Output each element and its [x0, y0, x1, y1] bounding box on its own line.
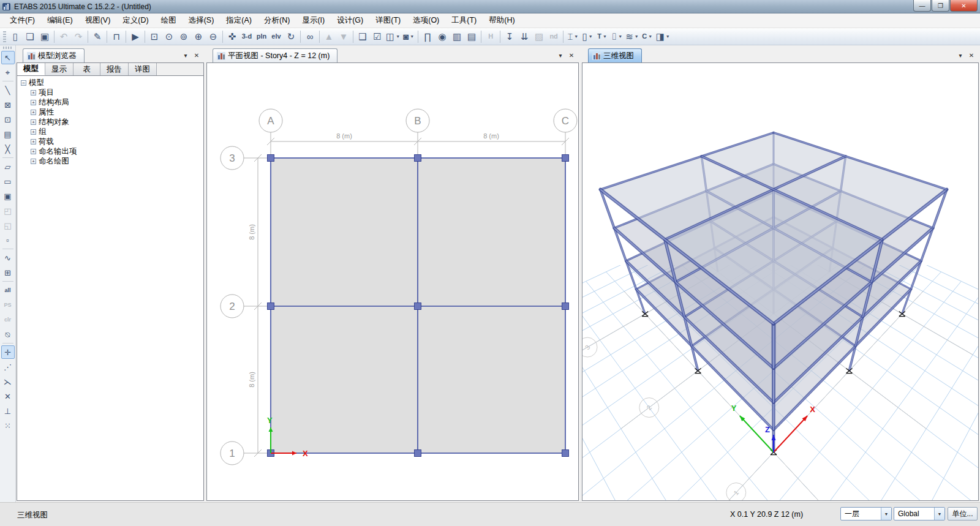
menu-item-3[interactable]: 定义(D) — [116, 13, 154, 28]
browser-tab-4[interactable]: 详图 — [129, 63, 157, 75]
chevron-down-icon[interactable]: ▼ — [589, 34, 593, 39]
expand-icon[interactable]: + — [31, 119, 36, 125]
draw-frame-button[interactable]: ╲ — [1, 83, 15, 97]
tree-item-1[interactable]: +项目 — [18, 88, 202, 97]
frame-properties-button[interactable]: ∏ — [420, 29, 435, 44]
building-model[interactable] — [600, 133, 947, 453]
previous-zoom-button[interactable]: ⊚ — [176, 29, 191, 44]
menu-item-10[interactable]: 详图(T) — [369, 13, 407, 28]
zoom-out-button[interactable]: ⊖ — [206, 29, 221, 44]
object-shading-button[interactable]: ◫▼ — [385, 29, 401, 44]
chevron-down-icon[interactable]: ▼ — [648, 34, 652, 39]
expand-icon[interactable]: + — [31, 129, 36, 135]
browser-tab-3[interactable]: 报告 — [100, 63, 129, 75]
expand-icon[interactable]: + — [31, 159, 36, 164]
new-model-button[interactable]: ▯ — [8, 29, 23, 44]
joint-load-button[interactable]: ↧ — [502, 29, 517, 44]
units-button[interactable]: 单位... — [948, 507, 978, 520]
tree-item-7[interactable]: +命名输出项 — [18, 146, 202, 156]
toolbar-grip[interactable] — [3, 31, 6, 42]
expand-icon[interactable]: + — [31, 110, 36, 115]
menu-item-9[interactable]: 设计(G) — [331, 13, 369, 28]
browser-tab-1[interactable]: 显示 — [45, 63, 74, 75]
view3d-menu-icon[interactable]: ▾ — [956, 51, 965, 59]
expand-icon[interactable]: + — [31, 100, 36, 105]
plan-canvas[interactable]: A B C 3 2 1 8 (m) 8 (m) 8 (m) 8 (m) — [207, 63, 578, 500]
rubber-band-zoom-button[interactable]: ⊡ — [147, 29, 162, 44]
view3d-close-icon[interactable]: ✕ — [967, 51, 976, 59]
run-analysis-button[interactable]: ▶ — [128, 29, 143, 44]
chevron-down-icon[interactable]: ▼ — [618, 34, 622, 39]
select-all-button[interactable]: all — [1, 284, 15, 297]
open-model-button[interactable]: ❏ — [23, 29, 37, 44]
restore-button[interactable]: ❐ — [932, 0, 949, 12]
story-dropdown[interactable]: 一层 ▼ — [840, 507, 892, 520]
view-plan-button[interactable]: pln — [254, 29, 269, 44]
plan-menu-icon[interactable]: ▾ — [556, 51, 565, 59]
tree-item-8[interactable]: +命名绘图 — [18, 156, 202, 166]
select-pointer-button[interactable]: ↖ — [1, 51, 15, 64]
tree-item-6[interactable]: +荷载 — [18, 137, 202, 146]
menu-item-1[interactable]: 编辑(E) — [41, 13, 79, 28]
section-wall-button[interactable]: ◨▼ — [655, 29, 671, 44]
chevron-down-icon[interactable]: ▼ — [396, 34, 400, 39]
snap-to-midpoints-button[interactable]: ⋋ — [1, 375, 15, 388]
view-3d-canvas[interactable]: 123XYZ — [582, 63, 978, 500]
menu-item-5[interactable]: 选择(S) — [183, 13, 221, 28]
close-button[interactable]: ✕ — [950, 0, 978, 12]
panel-close-icon[interactable]: ✕ — [192, 51, 202, 59]
tree-item-5[interactable]: +组 — [18, 127, 202, 137]
set-display-options-button[interactable]: ☑ — [370, 29, 385, 44]
section-channel-button[interactable]: C▼ — [640, 29, 655, 44]
browser-tab-2[interactable]: 表 — [74, 63, 100, 75]
tree-item-0[interactable]: −模型 — [18, 78, 202, 88]
wall-properties-button[interactable]: ▥ — [450, 29, 464, 44]
chevron-down-icon[interactable]: ▼ — [666, 34, 670, 39]
shrink-objects-button[interactable]: ❑ — [355, 29, 370, 44]
palette-grip[interactable] — [3, 47, 13, 49]
coordinate-system-dropdown[interactable]: Global ▼ — [894, 507, 945, 520]
quick-draw-area-button[interactable]: ▣ — [1, 189, 15, 203]
expand-icon[interactable]: + — [31, 149, 36, 154]
menu-item-13[interactable]: 帮助(H) — [483, 13, 521, 28]
tree-item-4[interactable]: +结构对象 — [18, 117, 202, 127]
frame-load-button[interactable]: ⇊ — [517, 29, 532, 44]
draw-options-button[interactable]: ◙▼ — [401, 29, 416, 44]
deselect-lines-button[interactable]: ⍉ — [1, 328, 15, 341]
expand-icon[interactable]: + — [31, 139, 36, 145]
menu-item-0[interactable]: 文件(F) — [4, 13, 41, 28]
chevron-down-icon[interactable]: ▼ — [410, 34, 414, 39]
edit-grid-button[interactable]: ⊞ — [1, 266, 15, 279]
section-tee-button[interactable]: T▼ — [595, 29, 609, 44]
quick-draw-column-button[interactable]: ⊡ — [1, 113, 15, 126]
menu-item-6[interactable]: 指定(A) — [220, 13, 258, 28]
chevron-down-icon[interactable]: ▼ — [574, 34, 578, 39]
draw-area-button[interactable]: ▱ — [1, 160, 15, 173]
perspective-toggle-button[interactable]: ∞ — [303, 29, 317, 44]
snap-to-ends-button[interactable]: ⋰ — [1, 360, 15, 374]
plan-view-tab[interactable]: 平面视图 - Story4 - Z = 12 (m) — [213, 48, 337, 62]
panel-menu-icon[interactable]: ▾ — [181, 51, 190, 59]
pan-button[interactable]: ✜ — [225, 29, 239, 44]
tree-item-2[interactable]: +结构布局 — [18, 97, 202, 107]
menu-item-4[interactable]: 绘图 — [155, 13, 183, 28]
view-elevation-button[interactable]: elv — [269, 29, 284, 44]
zoom-in-button[interactable]: ⊕ — [191, 29, 206, 44]
quick-draw-secondary-beams-button[interactable]: ▤ — [1, 127, 15, 141]
minimize-button[interactable]: — — [913, 0, 931, 12]
snap-to-perpendicular-button[interactable]: ⊥ — [1, 404, 15, 418]
joint-assign-button[interactable]: ◉ — [435, 29, 450, 44]
view-3d-button[interactable]: 3-d — [239, 29, 254, 44]
reshape-objects-button[interactable]: ⌖ — [1, 66, 15, 79]
plan-close-icon[interactable]: ✕ — [567, 51, 576, 59]
expand-icon[interactable]: + — [31, 90, 36, 96]
save-model-button[interactable]: ▣ — [37, 29, 52, 44]
view-3d-tab[interactable]: 三维视图 — [588, 48, 642, 62]
snap-to-grid-button[interactable]: ⁙ — [1, 419, 15, 432]
draw-opening-button[interactable]: ▫ — [1, 233, 15, 247]
deck-properties-button[interactable]: ▤ — [464, 29, 479, 44]
menu-item-12[interactable]: 工具(T) — [445, 13, 483, 28]
snap-to-joints-button[interactable]: ✛ — [1, 345, 15, 359]
tree-item-3[interactable]: +属性 — [18, 107, 202, 117]
section-i-beam-button[interactable]: ⌶▼ — [565, 29, 580, 44]
